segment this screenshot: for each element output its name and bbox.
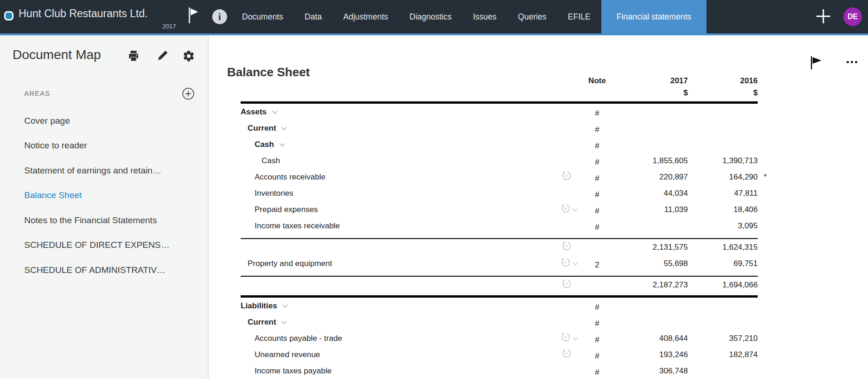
revert-icon[interactable] <box>560 203 571 216</box>
user-avatar[interactable]: DE <box>843 7 862 26</box>
chevron-down-icon[interactable] <box>572 205 579 214</box>
row-label-cell[interactable]: Cash <box>241 136 579 153</box>
row-value-2016[interactable]: 182,874 <box>688 350 758 359</box>
chevron-down-icon[interactable] <box>281 318 287 327</box>
row-value-2016[interactable]: 18,406 <box>688 205 758 214</box>
row-note[interactable]: # <box>579 352 616 361</box>
row-label-cell[interactable]: Property and equipment <box>241 255 579 272</box>
row-label-cell[interactable]: Liabilities <box>241 298 579 314</box>
row-label-cell[interactable]: Prepaid expenses <box>241 201 579 218</box>
row-value-2017[interactable]: 1,855,605 <box>616 156 688 166</box>
sidebar-item-statement-of-earnings-and-retain[interactable]: Statement of earnings and retain… <box>0 158 208 183</box>
row-value-2016[interactable]: 3,095 <box>688 221 758 231</box>
row-value-2017[interactable]: 193,246 <box>616 350 688 359</box>
add-area-icon[interactable] <box>182 87 195 100</box>
row-note[interactable]: # <box>579 303 616 312</box>
nav-tab-documents[interactable]: Documents <box>231 0 294 33</box>
row-note[interactable]: # <box>579 174 616 183</box>
row-value-2016[interactable]: 164,290 <box>688 173 758 182</box>
row-value-2016[interactable]: 1,390,713 <box>688 156 758 166</box>
chevron-down-icon[interactable] <box>572 259 579 268</box>
row-value-2017[interactable]: 44,034 <box>616 189 688 198</box>
row-note[interactable]: # <box>579 335 616 345</box>
row-note[interactable]: # <box>579 223 616 232</box>
revert-icon[interactable] <box>561 171 572 183</box>
row-label-cell[interactable]: Inventories <box>241 185 579 201</box>
row-value-2017[interactable]: 220,897 <box>616 173 688 182</box>
row-label-cell[interactable]: Unearned revenue <box>241 346 579 363</box>
row-label-cell[interactable] <box>241 239 579 255</box>
revert-icon[interactable] <box>561 348 572 361</box>
row-label-cell[interactable]: Income taxes payable <box>241 363 579 379</box>
revert-icon[interactable] <box>561 279 572 291</box>
nav-tab-issues[interactable]: Issues <box>462 0 507 33</box>
row-label-cell[interactable]: Accounts payable - trade <box>241 330 579 346</box>
nav-tab-data[interactable]: Data <box>294 0 333 33</box>
row-value-2016[interactable]: 69,751 <box>688 259 758 268</box>
row-label: Income taxes receivable <box>255 221 340 231</box>
row-label: Inventories <box>255 189 293 198</box>
row-note[interactable]: # <box>579 109 616 118</box>
print-icon[interactable] <box>128 50 140 62</box>
col-header-2017: 2017 <box>616 76 688 86</box>
nav-tab-financial-statements[interactable]: Financial statements <box>601 0 707 33</box>
sidebar-item-schedule-of-administrativ[interactable]: SCHEDULE OF ADMINISTRATIV… <box>0 258 208 283</box>
row-note[interactable]: 2 <box>579 260 616 270</box>
row-label-cell[interactable] <box>241 277 579 293</box>
sidebar-item-notes-to-the-financial-statements[interactable]: Notes to the Financial Statements <box>0 208 208 233</box>
row-value-2016[interactable]: 1,694,066 <box>688 280 758 290</box>
chevron-down-icon[interactable] <box>282 301 288 311</box>
nav-tab-adjustments[interactable]: Adjustments <box>332 0 398 33</box>
revert-icon[interactable] <box>560 332 571 345</box>
add-button[interactable] <box>815 8 832 25</box>
row-value-2016[interactable]: 1,624,315 <box>688 243 758 252</box>
row-note[interactable]: # <box>579 125 616 134</box>
chevron-down-icon[interactable] <box>272 107 278 117</box>
row-value-2016[interactable]: 47,811 <box>688 189 758 198</box>
currency-symbol: $ <box>616 88 688 98</box>
sidebar-item-schedule-of-direct-expens[interactable]: SCHEDULE OF DIRECT EXPENS… <box>0 233 208 258</box>
row-label-cell[interactable]: Income taxes receivable <box>241 218 579 234</box>
row-label: Cash <box>262 156 280 166</box>
row-note[interactable]: # <box>579 206 616 216</box>
row-note[interactable]: # <box>579 158 616 167</box>
table-row: Property and equipment 2 55,698 69,751 <box>241 255 772 272</box>
revert-icon[interactable] <box>560 257 571 270</box>
row-value-2017[interactable]: 2,187,273 <box>616 280 688 290</box>
row-value-2017[interactable]: 2,131,575 <box>616 243 688 252</box>
nav-tab-efile[interactable]: EFILE <box>557 0 601 33</box>
nav-tab-queries[interactable]: Queries <box>507 0 557 33</box>
row-label-cell[interactable]: Cash <box>241 153 579 169</box>
sidebar-item-cover-page[interactable]: Cover page <box>0 108 208 133</box>
more-options-icon[interactable] <box>847 61 857 63</box>
row-note[interactable]: # <box>579 190 616 199</box>
chevron-down-icon[interactable] <box>279 140 285 149</box>
table-row: Prepaid expenses # 11,039 18,406 <box>241 201 772 218</box>
sidebar-item-notice-to-reader[interactable]: Notice to reader <box>0 133 208 159</box>
row-label: Prepaid expenses <box>255 205 318 214</box>
sidebar-item-balance-sheet[interactable]: Balance Sheet <box>0 183 208 208</box>
row-value-2017[interactable]: 408,644 <box>616 334 688 343</box>
row-note[interactable]: # <box>579 319 616 328</box>
row-note[interactable]: # <box>579 141 616 151</box>
row-label-cell[interactable]: Current <box>241 120 579 136</box>
chevron-down-icon[interactable] <box>281 124 287 133</box>
row-value-2017[interactable]: 306,748 <box>616 366 688 376</box>
settings-gear-icon[interactable] <box>182 50 195 62</box>
row-label-cell[interactable]: Current <box>241 314 579 330</box>
info-icon[interactable]: i <box>212 9 227 24</box>
revert-icon[interactable] <box>561 241 572 253</box>
row-label-cell[interactable]: Assets <box>241 104 579 120</box>
flag-icon[interactable] <box>186 7 200 26</box>
row-value-2017[interactable]: 11,039 <box>616 205 688 214</box>
row-note[interactable]: # <box>579 368 616 377</box>
edit-icon[interactable] <box>157 50 169 62</box>
row-value-2017[interactable]: 55,698 <box>616 259 688 268</box>
row-label-cell[interactable]: Accounts receivable <box>241 169 579 185</box>
nav-tab-diagnostics[interactable]: Diagnostics <box>399 0 462 33</box>
row-value-2016[interactable]: 357,210 <box>688 334 758 343</box>
document-flag-icon[interactable] <box>810 55 822 72</box>
chevron-down-icon[interactable] <box>572 334 579 343</box>
row-label: Accounts receivable <box>255 173 325 182</box>
table-row: Cash # <box>241 136 772 153</box>
